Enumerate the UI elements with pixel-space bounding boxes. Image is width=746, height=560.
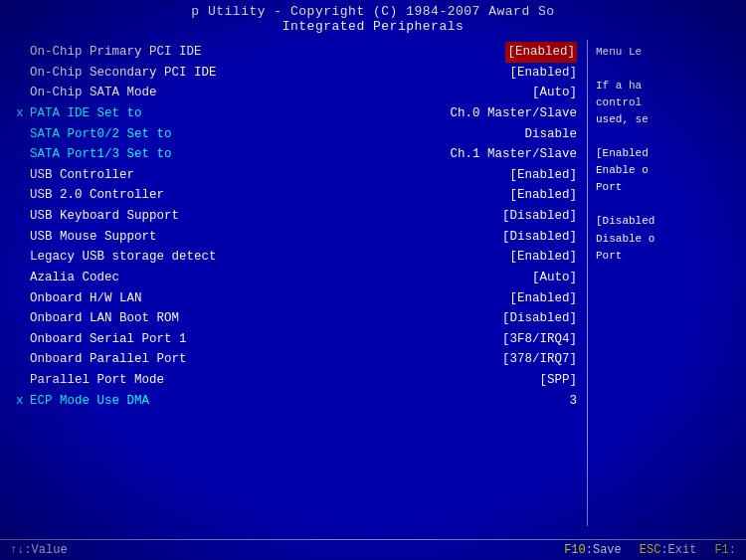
footer-f1: F1:: [714, 543, 736, 557]
right-line-11: Disable o: [596, 231, 738, 248]
row-value-0: [Enabled]: [505, 42, 577, 63]
row-label-2: On-Chip SATA Mode: [30, 83, 528, 103]
row-marker-3: x: [16, 103, 30, 124]
row-value-13: [Disabled]: [498, 308, 577, 329]
bios-row-0: On-Chip Primary PCI IDE[Enabled]: [16, 42, 577, 63]
bios-row-9: USB Mouse Support[Disabled]: [16, 227, 577, 248]
row-label-15: Onboard Parallel Port: [30, 349, 498, 370]
row-value-5: Ch.1 Master/Slave: [446, 144, 577, 165]
row-marker-10: [16, 247, 30, 268]
row-marker-8: [16, 206, 30, 227]
row-label-7: USB 2.0 Controller: [30, 185, 505, 206]
f10-key: F10: [564, 543, 586, 557]
right-line-0: Menu Le: [596, 44, 738, 61]
row-value-7: [Enabled]: [505, 185, 577, 206]
row-label-16: Parallel Port Mode: [30, 370, 535, 391]
row-value-16: [SPP]: [535, 370, 577, 391]
right-line-8: Port: [596, 179, 738, 196]
row-marker-2: [16, 83, 30, 103]
right-panel: Menu Le If a hacontrolused, se [EnabledE…: [587, 40, 746, 526]
bios-row-1: On-Chip Secondary PCI IDE[Enabled]: [16, 63, 577, 84]
footer-esc: ESC:Exit: [640, 543, 697, 557]
row-marker-0: [16, 42, 30, 63]
row-value-17: 3: [565, 391, 577, 412]
row-marker-16: [16, 370, 30, 391]
bios-header: p Utility - Copyright (C) 1984-2007 Awar…: [0, 0, 746, 36]
bios-row-10: Legacy USB storage detect[Enabled]: [16, 247, 577, 268]
row-value-9: [Disabled]: [498, 227, 577, 248]
row-label-9: USB Mouse Support: [30, 227, 498, 248]
row-marker-6: [16, 165, 30, 186]
right-line-10: [Disabled: [596, 213, 738, 230]
row-value-15: [378/IRQ7]: [498, 349, 577, 370]
f1-key: F1: [714, 543, 728, 557]
row-label-12: Onboard H/W LAN: [30, 288, 505, 309]
row-label-17: ECP Mode Use DMA: [30, 391, 565, 412]
header-title-line1: p Utility - Copyright (C) 1984-2007 Awar…: [0, 4, 746, 19]
row-value-2: [Auto]: [528, 83, 577, 103]
esc-key: ESC: [640, 543, 661, 557]
row-label-5: SATA Port1/3 Set to: [30, 144, 446, 165]
bios-row-2: On-Chip SATA Mode[Auto]: [16, 83, 577, 103]
row-marker-9: [16, 227, 30, 248]
right-line-1: [596, 61, 738, 78]
bios-row-13: Onboard LAN Boot ROM[Disabled]: [16, 308, 577, 329]
row-value-3: Ch.0 Master/Slave: [446, 103, 577, 124]
row-value-10: [Enabled]: [505, 247, 577, 268]
right-line-6: [Enabled: [596, 145, 738, 162]
main-area: On-Chip Primary PCI IDE[Enabled] On-Chip…: [0, 36, 746, 526]
bios-row-8: USB Keyboard Support[Disabled]: [16, 206, 577, 227]
row-marker-12: [16, 288, 30, 309]
bios-row-5: SATA Port1/3 Set toCh.1 Master/Slave: [16, 144, 577, 165]
bios-row-7: USB 2.0 Controller[Enabled]: [16, 185, 577, 206]
row-marker-15: [16, 349, 30, 370]
right-line-4: used, se: [596, 111, 738, 128]
right-line-7: Enable o: [596, 162, 738, 179]
bios-row-14: Onboard Serial Port 1[3F8/IRQ4]: [16, 329, 577, 350]
row-label-3: PATA IDE Set to: [30, 103, 446, 124]
row-marker-13: [16, 308, 30, 329]
bios-row-15: Onboard Parallel Port[378/IRQ7]: [16, 349, 577, 370]
row-marker-17: x: [16, 391, 30, 412]
row-value-4: Disable: [520, 124, 577, 145]
row-value-8: [Disabled]: [498, 206, 577, 227]
header-title-line2: Integrated Peripherals: [0, 19, 746, 34]
row-label-8: USB Keyboard Support: [30, 206, 498, 227]
bios-row-12: Onboard H/W LAN[Enabled]: [16, 288, 577, 309]
row-value-11: [Auto]: [528, 268, 577, 288]
esc-desc: :Exit: [660, 543, 696, 557]
row-marker-5: [16, 144, 30, 165]
right-line-3: control: [596, 94, 738, 111]
right-line-5: [596, 128, 738, 145]
row-label-11: Azalia Codec: [30, 268, 528, 288]
row-label-10: Legacy USB storage detect: [30, 247, 505, 268]
row-label-13: Onboard LAN Boot ROM: [30, 308, 498, 329]
bios-row-11: Azalia Codec[Auto]: [16, 268, 577, 288]
bios-row-17: xECP Mode Use DMA3: [16, 391, 577, 412]
row-value-6: [Enabled]: [505, 165, 577, 186]
row-label-1: On-Chip Secondary PCI IDE: [30, 63, 505, 84]
row-label-14: Onboard Serial Port 1: [30, 329, 498, 350]
f1-desc: :: [729, 543, 736, 557]
row-marker-1: [16, 63, 30, 84]
bios-row-4: SATA Port0/2 Set toDisable: [16, 124, 577, 145]
right-line-2: If a ha: [596, 78, 738, 94]
nav-label: ↑↓:Value: [10, 543, 68, 557]
row-label-6: USB Controller: [30, 165, 505, 186]
f10-desc: :Save: [586, 543, 622, 557]
row-marker-4: [16, 124, 30, 145]
right-line-9: [596, 196, 738, 213]
row-label-4: SATA Port0/2 Set to: [30, 124, 520, 145]
left-panel: On-Chip Primary PCI IDE[Enabled] On-Chip…: [0, 40, 587, 526]
bios-screen: p Utility - Copyright (C) 1984-2007 Awar…: [0, 0, 746, 560]
bios-row-3: xPATA IDE Set toCh.0 Master/Slave: [16, 103, 577, 124]
row-marker-7: [16, 185, 30, 206]
bios-row-16: Parallel Port Mode[SPP]: [16, 370, 577, 391]
row-marker-11: [16, 268, 30, 288]
footer-f10: F10:Save: [564, 543, 622, 557]
row-value-14: [3F8/IRQ4]: [498, 329, 577, 350]
footer-nav: ↑↓:Value: [10, 543, 546, 557]
row-marker-14: [16, 329, 30, 350]
row-value-12: [Enabled]: [505, 288, 577, 309]
row-value-1: [Enabled]: [505, 63, 577, 84]
